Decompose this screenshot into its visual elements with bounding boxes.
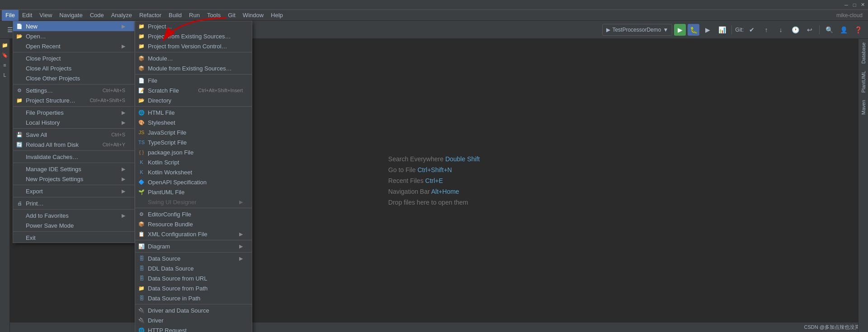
- search-everywhere[interactable]: 🔍: [823, 23, 835, 36]
- menu-close-all-projects[interactable]: Close All Projects: [13, 63, 134, 73]
- bookmarks-icon[interactable]: 🔖: [0, 51, 9, 60]
- toolbar-settings[interactable]: 👤: [837, 23, 850, 36]
- submenu-data-source-path[interactable]: 📁 Data Source from Path: [135, 283, 252, 293]
- menu-new-projects-settings[interactable]: New Projects Settings ▶: [13, 174, 134, 184]
- submenu-resource-bundle[interactable]: 📦 Resource Bundle: [135, 219, 252, 229]
- submenu-http-request[interactable]: 🌐 HTTP Request: [135, 325, 252, 332]
- submenu-js[interactable]: JS JavaScript File: [135, 127, 252, 137]
- toolbar-profile[interactable]: 📊: [716, 23, 728, 36]
- menu-reload[interactable]: 🔄 Reload All from Disk Ctrl+Alt+Y: [13, 140, 134, 150]
- menu-exit[interactable]: Exit: [13, 233, 134, 243]
- git-undo[interactable]: ↩: [803, 23, 816, 36]
- submenu-html[interactable]: 🌐 HTML File: [135, 108, 252, 117]
- menu-power-save[interactable]: Power Save Mode: [13, 220, 134, 230]
- database-tab[interactable]: Database: [860, 41, 867, 65]
- close-button[interactable]: ✕: [859, 1, 866, 9]
- packagejson-icon: { }: [138, 149, 145, 156]
- submenu-scratch-file[interactable]: 📝 Scratch File Ctrl+Alt+Shift+Insert: [135, 85, 252, 95]
- git-history[interactable]: 🕐: [789, 23, 802, 36]
- structure-icon[interactable]: ≡: [0, 61, 9, 70]
- toolbar-coverage[interactable]: ▶: [701, 23, 714, 36]
- menu-project-structure[interactable]: 📁 Project Structure… Ctrl+Alt+Shift+S: [13, 95, 134, 105]
- menu-analyze[interactable]: Analyze: [108, 10, 136, 21]
- minimize-button[interactable]: ─: [843, 1, 850, 9]
- menu-print[interactable]: 🖨 Print…: [13, 198, 134, 208]
- menu-close-other-projects[interactable]: Close Other Projects: [13, 73, 134, 83]
- menu-view[interactable]: View: [36, 10, 56, 21]
- module-icon: 📦: [138, 55, 145, 62]
- submenu-data-source-url[interactable]: 🗄 Data Source from URL: [135, 273, 252, 283]
- submenu-project-existing[interactable]: 📁 Project from Existing Sources…: [135, 31, 252, 41]
- menu-edit[interactable]: Edit: [19, 10, 36, 21]
- menu-navigate[interactable]: Navigate: [56, 10, 86, 21]
- project-existing-icon: 📁: [138, 33, 145, 40]
- git-update[interactable]: ✔: [745, 23, 758, 36]
- menu-close-project[interactable]: Close Project: [13, 53, 134, 63]
- run-config-selector[interactable]: ▶ TestProcessorDemo ▼: [602, 24, 672, 36]
- toolbar-help[interactable]: ❓: [852, 23, 864, 36]
- hint-goto: Go to File Ctrl+Shift+N: [388, 166, 480, 173]
- menu-tools[interactable]: Tools: [203, 10, 224, 21]
- menu-code[interactable]: Code: [86, 10, 108, 21]
- submenu-project-vcs[interactable]: 📁 Project from Version Control…: [135, 41, 252, 51]
- maximize-button[interactable]: □: [851, 1, 858, 9]
- learcode-icon[interactable]: L: [0, 70, 9, 79]
- submenu-driver[interactable]: 🔌 Driver: [135, 315, 252, 325]
- menu-new[interactable]: 📄 New ▶: [13, 21, 134, 31]
- menu-settings[interactable]: ⚙ Settings… Ctrl+Alt+S: [13, 85, 134, 95]
- run-button[interactable]: ▶: [674, 24, 686, 36]
- submenu-directory[interactable]: 📂 Directory: [135, 95, 252, 105]
- menu-run[interactable]: Run: [185, 10, 203, 21]
- submenu-openapi[interactable]: 🔷 OpenAPI Specification: [135, 177, 252, 187]
- menu-git[interactable]: Git: [224, 10, 239, 21]
- menu-file[interactable]: File: [2, 10, 19, 21]
- submenu-packagejson[interactable]: { } package.json File: [135, 147, 252, 157]
- submenu-stylesheet[interactable]: 🎨 Stylesheet: [135, 117, 252, 127]
- sep4: [13, 128, 134, 129]
- menu-manage-ide[interactable]: Manage IDE Settings ▶: [13, 164, 134, 174]
- sep1: [13, 52, 134, 52]
- plantuml-tab[interactable]: PlantUML: [860, 69, 867, 94]
- manage-ide-arrow: ▶: [122, 166, 125, 172]
- menu-export[interactable]: Export ▶: [13, 186, 134, 196]
- submenu-module[interactable]: 📦 Module…: [135, 53, 252, 63]
- project-icon[interactable]: 📁: [0, 41, 9, 50]
- menu-open-recent[interactable]: Open Recent ▶: [13, 41, 134, 51]
- menu-local-history[interactable]: Local History ▶: [13, 117, 134, 127]
- menu-build[interactable]: Build: [165, 10, 185, 21]
- submenu-xml-config[interactable]: 📋 XML Configuration File ▶: [135, 229, 252, 239]
- submenu-kotlin-script[interactable]: K Kotlin Script: [135, 157, 252, 167]
- debug-button[interactable]: 🐛: [688, 24, 699, 36]
- git-push[interactable]: ↑: [760, 23, 773, 36]
- settings-icon: ⚙: [16, 87, 23, 94]
- submenu-plantuml[interactable]: 🌱 PlantUML File: [135, 187, 252, 197]
- git-fetch[interactable]: ↓: [774, 23, 787, 36]
- submenu-ts[interactable]: TS TypeScript File: [135, 137, 252, 147]
- submenu-file[interactable]: 📄 File: [135, 75, 252, 85]
- submenu-driver-data-source[interactable]: 🔌 Driver and Data Source: [135, 305, 252, 315]
- project-vcs-icon: 📁: [138, 42, 145, 50]
- submenu-data-source-in-path[interactable]: 🗄 Data Source in Path: [135, 293, 252, 303]
- submenu-data-source[interactable]: 🗄 Data Source ▶: [135, 253, 252, 263]
- submenu-kotlin-worksheet[interactable]: K Kotlin Worksheet: [135, 167, 252, 177]
- xml-config-icon: 📋: [138, 230, 145, 238]
- http-request-icon: 🌐: [138, 327, 145, 332]
- menu-file-properties[interactable]: File Properties ▶: [13, 108, 134, 117]
- submenu-swing-ui[interactable]: Swing UI Designer ▶: [135, 197, 252, 207]
- submenu-project[interactable]: 📁 Project…: [135, 21, 252, 31]
- diagram-arrow: ▶: [239, 243, 243, 249]
- menu-save-all[interactable]: 💾 Save All Ctrl+S: [13, 130, 134, 140]
- submenu-diagram[interactable]: 📊 Diagram ▶: [135, 241, 252, 251]
- menu-open[interactable]: 📂 Open…: [13, 31, 134, 41]
- submenu-ddl-data-source[interactable]: 🗄 DDL Data Source: [135, 263, 252, 273]
- menu-help[interactable]: Help: [267, 10, 287, 21]
- menu-refactor[interactable]: Refactor: [136, 10, 165, 21]
- data-source-url-icon: 🗄: [138, 275, 145, 282]
- maven-tab[interactable]: Maven: [860, 98, 867, 117]
- submenu-module-existing[interactable]: 📦 Module from Existing Sources…: [135, 63, 252, 73]
- menu-window[interactable]: Window: [239, 10, 267, 21]
- menu-add-favorites[interactable]: Add to Favorites ▶: [13, 210, 134, 220]
- menu-invalidate[interactable]: Invalidate Caches…: [13, 152, 134, 162]
- new-icon: 📄: [16, 23, 23, 30]
- submenu-editorconfig[interactable]: ⚙ EditorConfig File: [135, 209, 252, 219]
